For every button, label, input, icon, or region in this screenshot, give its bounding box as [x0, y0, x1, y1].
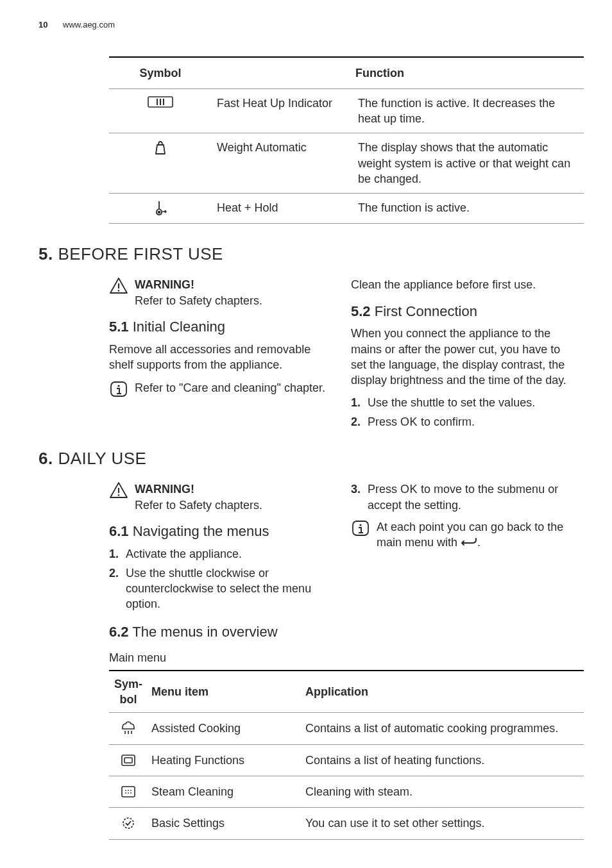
warning-icon — [109, 481, 128, 499]
table-cell-desc: The display shows that the automatic wei… — [353, 133, 584, 194]
table-row: Steam Cleaning Cleaning with steam. — [109, 776, 584, 807]
info-icon — [351, 519, 370, 537]
subsection-5-2-title: First Connection — [371, 303, 477, 319]
svg-point-17 — [128, 790, 129, 791]
steam-cleaning-icon — [113, 785, 144, 799]
section-6-number: 6. — [38, 449, 53, 468]
page-number: 10 — [38, 20, 47, 29]
warning-title: WARNING! — [135, 277, 332, 292]
info-icon — [109, 380, 128, 398]
section-5-number: 5. — [38, 244, 53, 263]
weight-automatic-icon — [114, 140, 207, 155]
table-row: Fast Heat Up Indicator The function is a… — [109, 88, 584, 133]
warning-callout: WARNING! Refer to Safety chapters. — [109, 277, 332, 308]
section-5-heading: 5. BEFORE FIRST USE — [38, 243, 574, 265]
table-row: Assisted Cooking Contains a list of auto… — [109, 713, 584, 744]
svg-point-20 — [128, 792, 129, 794]
page-url: www.aeg.com — [63, 20, 115, 29]
fast-heat-up-icon — [114, 96, 207, 108]
subsection-5-2-body: When you connect the appliance to the ma… — [351, 326, 574, 388]
subsection-5-1-heading: 5.1 Initial Cleaning — [109, 317, 332, 337]
info-text: At each point you can go back to the mai… — [377, 519, 574, 551]
section-6-title: DAILY USE — [53, 449, 147, 468]
svg-rect-14 — [124, 758, 132, 763]
info-text: Refer to "Care and cleaning" chapter. — [135, 380, 332, 396]
svg-point-16 — [125, 790, 126, 791]
svg-rect-15 — [122, 787, 135, 797]
main-menu-label: Main menu — [109, 650, 574, 665]
warning-icon — [109, 277, 128, 295]
subsection-6-2-heading: 6.2 The menus in overview — [109, 622, 332, 642]
svg-point-12 — [359, 524, 361, 526]
subsection-5-2-steps: Use the shuttle to set the values. Press… — [351, 395, 574, 430]
subsection-6-1-steps-continued: Press OK to move to the submenu or accep… — [351, 481, 574, 513]
step-item: Use the shuttle to set the values. — [351, 395, 574, 410]
step-item: Activate the appliance. — [109, 546, 332, 562]
subsection-5-2-heading: 5.2 First Connection — [351, 302, 574, 321]
table-cell-desc: The function is active. — [353, 194, 584, 224]
svg-rect-13 — [122, 755, 135, 765]
section-6-heading: 6. DAILY USE — [38, 447, 574, 470]
svg-point-4 — [158, 211, 161, 214]
main-menu-table: Sym­bol Menu item Application Assisted C… — [109, 670, 584, 840]
svg-point-21 — [130, 792, 132, 794]
subsection-5-2-number: 5.2 — [351, 303, 371, 319]
heating-functions-icon — [113, 753, 144, 767]
table-cell-name: Fast Heat Up Indicator — [212, 88, 353, 133]
subsection-6-1-steps: Activate the appliance. Use the shuttle … — [109, 546, 332, 612]
svg-point-6 — [118, 290, 120, 292]
subsection-6-1-heading: 6.1 Navigating the menus — [109, 522, 332, 541]
table-header-function: Function — [353, 57, 584, 89]
table-header-application: Application — [302, 671, 584, 713]
subsection-5-1-number: 5.1 — [109, 319, 129, 335]
svg-point-8 — [117, 385, 119, 387]
table-header-menu: Menu item — [148, 671, 302, 713]
table-header-symbol: Sym­bol — [109, 671, 148, 713]
table-cell-name: Heat + Hold — [212, 194, 353, 224]
basic-settings-icon — [113, 816, 144, 830]
table-header-symbol: Symbol — [109, 57, 212, 89]
svg-point-10 — [118, 494, 120, 496]
assisted-cooking-icon — [113, 721, 144, 735]
subsection-5-1-title: Initial Cleaning — [129, 319, 225, 335]
info-callout: Refer to "Care and cleaning" chapter. — [109, 380, 332, 398]
warning-text: Refer to Safety chapters. — [135, 499, 262, 512]
table-cell-name: Assisted Cooking — [148, 713, 302, 744]
page-header: 10 www.aeg.com — [38, 19, 574, 31]
table-cell-name: Steam Cleaning — [148, 776, 302, 807]
table-header-blank — [212, 57, 353, 89]
subsection-6-1-title: Navigating the menus — [129, 523, 269, 539]
subsection-6-2-title: The menus in overview — [129, 624, 278, 640]
step-item: Use the shuttle clockwise or countercloc… — [109, 565, 332, 612]
section-5-title: BEFORE FIRST USE — [53, 244, 223, 263]
step-item: Press OK to confirm. — [351, 414, 574, 430]
symbol-function-table: Symbol Function Fast Heat Up Indicator T… — [109, 56, 584, 224]
table-cell-desc: Contains a list of heating functions. — [302, 744, 584, 776]
svg-point-18 — [130, 790, 132, 791]
info-callout: At each point you can go back to the mai… — [351, 519, 574, 551]
table-cell-name: Heating Functions — [148, 744, 302, 776]
svg-point-19 — [125, 792, 126, 794]
ok-label: OK — [400, 483, 418, 496]
table-cell-name: Weight Automatic — [212, 133, 353, 194]
subsection-6-2-number: 6.2 — [109, 624, 129, 640]
heat-hold-icon — [114, 200, 207, 217]
table-row: Basic Settings You can use it to set oth… — [109, 808, 584, 839]
ok-label: OK — [400, 415, 418, 428]
table-row: Heating Functions Contains a list of hea… — [109, 744, 584, 776]
table-cell-desc: Cleaning with steam. — [302, 776, 584, 807]
step-item: Press OK to move to the submenu or accep… — [351, 481, 574, 513]
table-row: Heat + Hold The function is active. — [109, 194, 584, 224]
svg-point-22 — [123, 818, 133, 828]
warning-callout: WARNING! Refer to Safety chapters. — [109, 481, 332, 513]
subsection-5-1-body: Remove all accessories and removable she… — [109, 342, 332, 373]
table-row: Weight Automatic The display shows that … — [109, 133, 584, 194]
table-cell-desc: Contains a list of automatic cooking pro… — [302, 713, 584, 744]
back-arrow-icon — [461, 538, 477, 548]
subsection-5-2-pretext: Clean the appliance before first use. — [351, 277, 574, 292]
table-cell-desc: You can use it to set other settings. — [302, 808, 584, 839]
subsection-6-1-number: 6.1 — [109, 523, 129, 539]
table-cell-name: Basic Settings — [148, 808, 302, 839]
warning-text: Refer to Safety chapters. — [135, 294, 262, 307]
warning-title: WARNING! — [135, 481, 332, 497]
